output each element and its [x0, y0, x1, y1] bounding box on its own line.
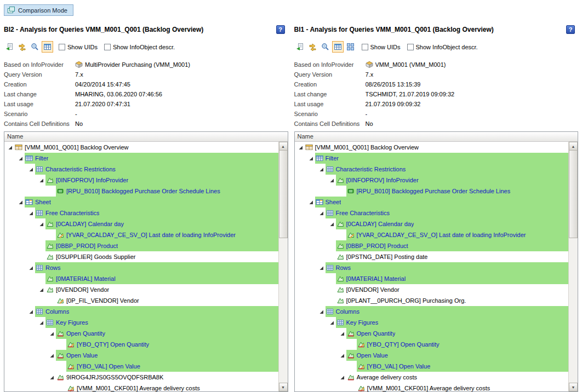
- expand-arrow-icon[interactable]: [49, 350, 56, 361]
- tree-node[interactable]: Free Characteristics: [295, 207, 569, 218]
- tree-node[interactable]: [YBO_QTY] Open Quantity: [4, 339, 278, 350]
- tree-node[interactable]: [RPU_B010] Backlogged Purchase Order Sch…: [4, 186, 278, 197]
- tree-node[interactable]: Characteristic Restrictions: [295, 164, 569, 175]
- tree-node[interactable]: [YBO_QTY] Open Quantity: [295, 339, 569, 350]
- help-icon[interactable]: ?: [566, 25, 575, 34]
- tree-node[interactable]: Filter: [295, 153, 569, 164]
- checkbox-box[interactable]: [104, 44, 111, 50]
- expand-arrow-icon[interactable]: [28, 262, 35, 273]
- expand-arrow-icon[interactable]: [340, 372, 346, 383]
- tree-node[interactable]: Columns: [4, 306, 278, 317]
- expand-arrow-icon[interactable]: [28, 164, 35, 175]
- expand-arrow-icon[interactable]: [28, 306, 35, 317]
- expand-arrow-icon[interactable]: [319, 207, 326, 218]
- transfer-icon[interactable]: [16, 41, 28, 53]
- tree-node[interactable]: [YVAR_0CALDAY_CE_SV_O] Last date of load…: [4, 229, 278, 240]
- tree-node[interactable]: Sheet: [295, 197, 569, 207]
- tree-node[interactable]: [0PLANT__0PURCH_ORG] Purchasing Org.: [295, 295, 569, 306]
- transfer-icon[interactable]: [307, 41, 318, 53]
- expand-arrow-icon[interactable]: [340, 350, 346, 361]
- scroll-thumb[interactable]: [569, 151, 578, 238]
- expand-arrow-icon[interactable]: [39, 175, 45, 186]
- tree-node[interactable]: [VMM_M001_CKF001] Average delivery costs: [295, 383, 569, 391]
- expand-arrow-icon[interactable]: [309, 153, 315, 164]
- tree-node[interactable]: Open Value: [295, 350, 569, 361]
- tree-node[interactable]: [0MATERIAL] Material: [4, 273, 278, 284]
- show-uids-checkbox[interactable]: Show UIDs: [362, 44, 401, 50]
- tree-node[interactable]: Open Value: [4, 350, 278, 361]
- open-query-icon[interactable]: [294, 41, 306, 53]
- show-infoobject-descr-checkbox[interactable]: Show InfoObject descr.: [407, 44, 478, 50]
- show-infoobject-descr-checkbox[interactable]: Show InfoObject descr.: [104, 44, 175, 50]
- tree-node[interactable]: [0CALDAY] Calendar day: [295, 218, 569, 229]
- scroll-track[interactable]: [569, 238, 578, 383]
- tree-node[interactable]: [0BBP_PROD] Product: [295, 240, 569, 251]
- tree-node[interactable]: [0PSTNG_DATE] Posting date: [295, 251, 569, 262]
- expand-arrow-icon[interactable]: [340, 328, 346, 339]
- table-view-icon[interactable]: [42, 41, 53, 53]
- tree-node[interactable]: [YBO_VAL] Open Value: [295, 361, 569, 372]
- expand-arrow-icon[interactable]: [319, 164, 326, 175]
- open-query-icon[interactable]: [4, 41, 15, 53]
- grid-view-icon[interactable]: [345, 41, 356, 53]
- tree-node[interactable]: Average delivery costs: [295, 372, 569, 383]
- tree-node[interactable]: [RPU_B010] Backlogged Purchase Order Sch…: [295, 186, 569, 197]
- expand-arrow-icon[interactable]: [39, 317, 45, 328]
- tree-node[interactable]: Open Quantity: [4, 328, 278, 339]
- scroll-track[interactable]: [279, 238, 288, 383]
- tree-node[interactable]: [0BBP_PROD] Product: [4, 240, 278, 251]
- help-icon[interactable]: ?: [276, 25, 285, 34]
- tree-node[interactable]: Columns: [295, 306, 569, 317]
- tree-node[interactable]: [0SUPPLIER] Goods Supplier: [4, 251, 278, 262]
- expand-arrow-icon[interactable]: [298, 142, 305, 153]
- expand-arrow-icon[interactable]: [39, 284, 45, 295]
- zoom-icon[interactable]: [319, 41, 331, 53]
- expand-arrow-icon[interactable]: [18, 153, 25, 164]
- checkbox-box[interactable]: [407, 44, 414, 50]
- vertical-scrollbar[interactable]: ▲ ▼: [568, 142, 578, 391]
- tree-node[interactable]: [0INFOPROV] InfoProvider: [295, 175, 569, 186]
- scroll-up-icon[interactable]: ▲: [279, 142, 288, 151]
- tree-node[interactable]: Filter: [4, 153, 278, 164]
- expand-arrow-icon[interactable]: [39, 218, 45, 229]
- tree-node[interactable]: Characteristic Restrictions: [4, 164, 278, 175]
- tree-node[interactable]: [VMM_M001_Q001] Backlog Overview: [4, 142, 278, 153]
- expand-arrow-icon[interactable]: [319, 262, 326, 273]
- scroll-down-icon[interactable]: ▼: [569, 383, 578, 391]
- expand-arrow-icon[interactable]: [329, 317, 336, 328]
- tree-node[interactable]: 9IROG4JRJS0GS5OVQDFSRBA8K: [4, 372, 278, 383]
- tree-node[interactable]: Rows: [4, 262, 278, 273]
- show-uids-checkbox[interactable]: Show UIDs: [59, 44, 98, 50]
- zoom-icon[interactable]: [29, 41, 41, 53]
- comparison-mode-button[interactable]: Comparison Mode: [4, 4, 73, 16]
- expand-arrow-icon[interactable]: [309, 197, 315, 207]
- vertical-scrollbar[interactable]: ▲ ▼: [278, 142, 288, 391]
- tree-node[interactable]: Rows: [295, 262, 569, 273]
- tree-node[interactable]: Key Figures: [4, 317, 278, 328]
- scroll-thumb[interactable]: [279, 151, 288, 238]
- tree-node[interactable]: Open Quantity: [295, 328, 569, 339]
- checkbox-box[interactable]: [59, 44, 65, 50]
- tree-node[interactable]: [0VENDOR] Vendor: [4, 284, 278, 295]
- tree-node[interactable]: [YBO_VAL] Open Value: [4, 361, 278, 372]
- expand-arrow-icon[interactable]: [28, 207, 35, 218]
- tree-node[interactable]: [0MATERIAL] Material: [295, 273, 569, 284]
- tree-node[interactable]: [0CALDAY] Calendar day: [4, 218, 278, 229]
- tree-node[interactable]: [VMM_M001_Q001] Backlog Overview: [295, 142, 569, 153]
- expand-arrow-icon[interactable]: [329, 175, 336, 186]
- scroll-up-icon[interactable]: ▲: [569, 142, 578, 151]
- checkbox-box[interactable]: [362, 44, 368, 50]
- expand-arrow-icon[interactable]: [49, 328, 56, 339]
- table-view-icon[interactable]: [332, 41, 344, 53]
- tree-node[interactable]: [0VENDOR] Vendor: [295, 284, 569, 295]
- tree-node[interactable]: [YVAR_0CALDAY_CE_SV_O] Last date of load…: [295, 229, 569, 240]
- expand-arrow-icon[interactable]: [18, 197, 25, 207]
- tree-node[interactable]: [0P_FIL_VENDOR] Vendor: [4, 295, 278, 306]
- scroll-down-icon[interactable]: ▼: [279, 383, 288, 391]
- expand-arrow-icon[interactable]: [8, 142, 14, 153]
- expand-arrow-icon[interactable]: [49, 372, 56, 383]
- expand-arrow-icon[interactable]: [329, 218, 336, 229]
- tree-node[interactable]: Key Figures: [295, 317, 569, 328]
- expand-arrow-icon[interactable]: [319, 306, 326, 317]
- tree-node[interactable]: [VMM_M001_CKF001] Average delivery costs: [4, 383, 278, 391]
